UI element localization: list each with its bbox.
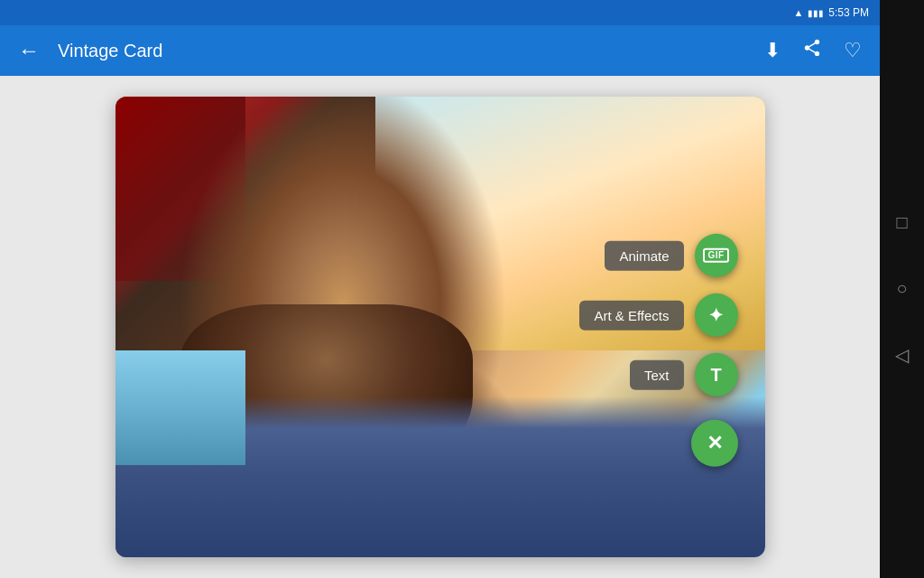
recent-apps-button[interactable]: □ xyxy=(896,212,907,233)
photo-card: Animate GIF Art & Effects ✦ Text xyxy=(116,97,765,557)
animate-fab-item: Animate GIF xyxy=(605,234,737,277)
app-bar: ← Vintage Card ⬇ ♡ xyxy=(0,25,880,76)
animate-button[interactable]: GIF xyxy=(695,234,738,277)
status-time: 5:53 PM xyxy=(828,6,869,19)
close-icon: ✕ xyxy=(707,432,723,455)
text-button[interactable]: T xyxy=(695,353,738,396)
art-effects-button[interactable]: ✦ xyxy=(695,294,738,337)
back-button[interactable]: ← xyxy=(14,34,43,67)
android-nav-panel: □ ○ ◁ xyxy=(880,0,924,578)
wifi-signal-icon: ▲ xyxy=(793,7,803,18)
art-effects-label[interactable]: Art & Effects xyxy=(579,300,683,330)
fab-menu: Animate GIF Art & Effects ✦ Text xyxy=(579,234,737,467)
favorite-button[interactable]: ♡ xyxy=(840,35,865,66)
back-nav-button[interactable]: ◁ xyxy=(895,344,909,366)
close-button[interactable]: ✕ xyxy=(691,420,738,467)
art-effects-fab-item: Art & Effects ✦ xyxy=(579,294,737,337)
animate-label[interactable]: Animate xyxy=(605,240,683,270)
share-button[interactable] xyxy=(799,34,826,67)
art-effects-icon: ✦ xyxy=(708,304,724,326)
battery-icon: ▮▮▮ xyxy=(808,8,824,18)
app-title: Vintage Card xyxy=(58,41,746,61)
text-fab-item: Text T xyxy=(630,353,738,396)
text-icon: T xyxy=(710,364,721,385)
text-label[interactable]: Text xyxy=(630,359,684,389)
gif-icon: GIF xyxy=(703,248,728,263)
download-button[interactable]: ⬇ xyxy=(761,35,784,66)
content-area: Animate GIF Art & Effects ✦ Text xyxy=(0,76,880,578)
water-overlay xyxy=(116,350,245,466)
status-bar: ▲ ▮▮▮ 5:53 PM xyxy=(0,0,880,25)
home-button[interactable]: ○ xyxy=(896,278,907,299)
